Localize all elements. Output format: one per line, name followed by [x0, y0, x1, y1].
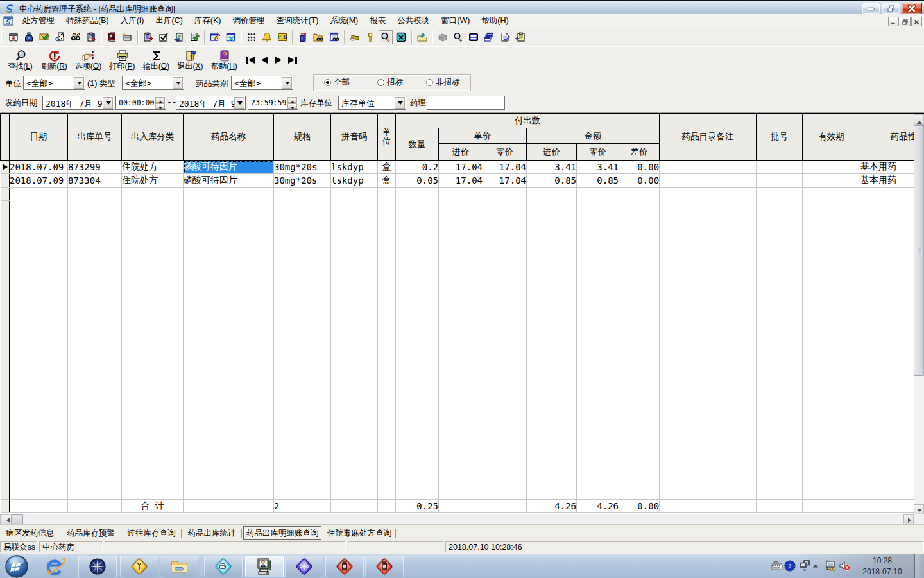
unit-combo[interactable]: <全部> [23, 76, 85, 90]
col-header-expiry[interactable]: 有效期 [803, 114, 860, 161]
cell-price-in[interactable]: 17.04 [439, 174, 483, 188]
col-header-price-in[interactable]: 进价 [439, 144, 483, 161]
cell-price-retail[interactable]: 17.04 [483, 174, 527, 188]
taskbar-button-purple-diamond[interactable] [285, 556, 323, 577]
dropdown-arrow-icon[interactable] [74, 77, 84, 89]
spin-up-icon[interactable] [287, 97, 297, 103]
cyan-cross-icon[interactable] [396, 32, 406, 42]
dropdown-arrow-icon[interactable] [103, 97, 113, 109]
envelope-check-icon[interactable] [39, 32, 49, 42]
col-header-order-no[interactable]: 出库单号 [68, 114, 122, 161]
folder-binoculars-icon[interactable] [313, 32, 323, 42]
checkbox-tick-icon[interactable] [158, 32, 169, 42]
form-binoculars-icon[interactable] [329, 32, 339, 42]
cell-date[interactable]: 2018.07.09 [10, 161, 68, 174]
options-button[interactable]: 选项(O) [71, 48, 105, 73]
taskbar-button-compass[interactable] [78, 556, 117, 577]
pu-box-icon[interactable]: P.U [277, 32, 287, 42]
cell-amount-retail[interactable]: 0.85 [577, 174, 619, 188]
scroll-left-button[interactable] [0, 514, 10, 525]
menu-item-3[interactable]: 入库(I) [115, 14, 150, 28]
tab-6[interactable]: 住院毒麻处方查询 [323, 526, 396, 540]
doc-check-icon[interactable] [500, 32, 510, 42]
menu-item-11[interactable]: 窗口(W) [435, 14, 475, 28]
bid-radio-1[interactable]: 全部 [324, 77, 350, 88]
cell-expiry[interactable] [803, 161, 860, 174]
table-pencil-icon[interactable] [210, 32, 220, 42]
cell-spec[interactable]: 30mg*20s [274, 174, 331, 188]
blue-list-icon[interactable] [468, 32, 479, 42]
col-header-spec[interactable]: 规格 [274, 114, 331, 161]
menu-item-4[interactable]: 出库(C) [150, 14, 188, 28]
table-cross-icon[interactable] [226, 32, 236, 42]
dropdown-arrow-icon[interactable] [173, 77, 183, 89]
write-note-icon[interactable] [55, 32, 65, 42]
cell-batch[interactable] [757, 161, 803, 174]
col-header-batch[interactable]: 批号 [757, 114, 803, 161]
type-combo[interactable]: <全部> [122, 76, 184, 90]
start-button[interactable] [4, 554, 30, 578]
cell-remark[interactable] [660, 174, 757, 188]
cell-diff[interactable]: 0.00 [619, 174, 660, 188]
col-header-amount-in[interactable]: 进价 [527, 144, 577, 161]
spin-up-icon[interactable] [155, 97, 165, 103]
col-header-price-retail[interactable]: 零价 [483, 144, 527, 161]
tray-hidden-icons-icon[interactable] [810, 560, 821, 572]
tray-keyboard-icon[interactable] [771, 560, 783, 572]
help-button[interactable]: 帮助(H) [207, 48, 241, 73]
scroll-up-button[interactable] [914, 114, 924, 125]
menu-item-5[interactable]: 库存(K) [189, 14, 227, 28]
cell-pinyin[interactable]: lskdyp [331, 174, 378, 188]
col-header-amount-retail[interactable]: 零价 [577, 144, 619, 161]
tray-network-warning-icon[interactable] [825, 560, 836, 572]
menu-item-7[interactable]: 查询统计(T) [271, 14, 325, 28]
col-header-qty[interactable]: 数量 [396, 128, 439, 161]
taskbar-button-red-diamond2[interactable] [365, 556, 404, 577]
spin-down-icon[interactable] [155, 103, 165, 109]
tab-3[interactable]: 过往库存查询 [121, 526, 182, 540]
col-header-unit[interactable]: 单位 [378, 114, 396, 161]
time-from-spinner[interactable]: 00:00:00 [116, 96, 166, 110]
card-new-icon[interactable] [122, 32, 132, 42]
horizontal-scrollbar[interactable] [0, 514, 914, 525]
cell-drug-name[interactable]: 磷酸可待因片 [184, 161, 274, 174]
cell-unit[interactable]: 盒 [378, 161, 396, 174]
cell-pinyin[interactable]: lskdyp [331, 161, 378, 174]
taskbar-button-cyan-diamond[interactable] [204, 556, 243, 577]
time-to-spinner[interactable]: 23:59:59 [248, 96, 298, 110]
note-check-icon[interactable] [189, 32, 200, 42]
book-search-icon[interactable] [107, 32, 117, 42]
dropdown-arrow-icon[interactable] [234, 97, 244, 109]
magnifier-pressed-icon[interactable] [381, 32, 391, 42]
tray-help-circle-icon[interactable]: ? [784, 560, 796, 572]
cell-order-no[interactable]: 873299 [68, 161, 122, 174]
thermometer-icon[interactable] [365, 32, 375, 42]
refresh-button[interactable]: 刷新(R) [37, 48, 71, 73]
cell-qty[interactable]: 0.2 [396, 161, 439, 174]
dropdown-arrow-icon[interactable] [282, 77, 292, 89]
taskbar-button-folder[interactable] [160, 556, 198, 577]
taskbar-button-gold-diamond[interactable] [120, 556, 158, 577]
drug-category-combo[interactable]: <全部> [231, 76, 293, 90]
menu-item-1[interactable]: 处方管理 [17, 14, 60, 28]
cell-unit[interactable]: 盒 [378, 174, 396, 188]
taskbar-button-red-diamond[interactable] [325, 556, 364, 577]
cell-price-in[interactable]: 17.04 [439, 161, 483, 174]
cell-order-no[interactable]: 873304 [68, 174, 122, 188]
mdi-close-button[interactable] [911, 17, 922, 26]
spin-down-icon[interactable] [287, 103, 297, 109]
internet-explorer-icon[interactable] [44, 557, 65, 576]
col-header-pinyin[interactable]: 拼音码 [331, 114, 378, 161]
cell-spec[interactable]: 30mg*20s [274, 161, 331, 174]
ink-bottle-icon[interactable] [24, 32, 34, 42]
scroll-right-button[interactable] [903, 514, 914, 525]
blue-jar-icon[interactable] [298, 32, 308, 42]
vertical-scroll-thumb[interactable] [914, 125, 924, 376]
taskbar-clock[interactable]: 10:282018-07-10 [855, 556, 910, 577]
col-group-amount[interactable]: 金额 [527, 128, 660, 144]
cell-amount-in[interactable]: 0.85 [527, 174, 577, 188]
find-button[interactable]: 查找(L) [3, 48, 37, 73]
bid-radio-3[interactable]: 非招标 [426, 77, 460, 88]
pill-grid-icon[interactable] [246, 32, 257, 42]
cell-date[interactable]: 2018.07.09 [10, 174, 68, 188]
